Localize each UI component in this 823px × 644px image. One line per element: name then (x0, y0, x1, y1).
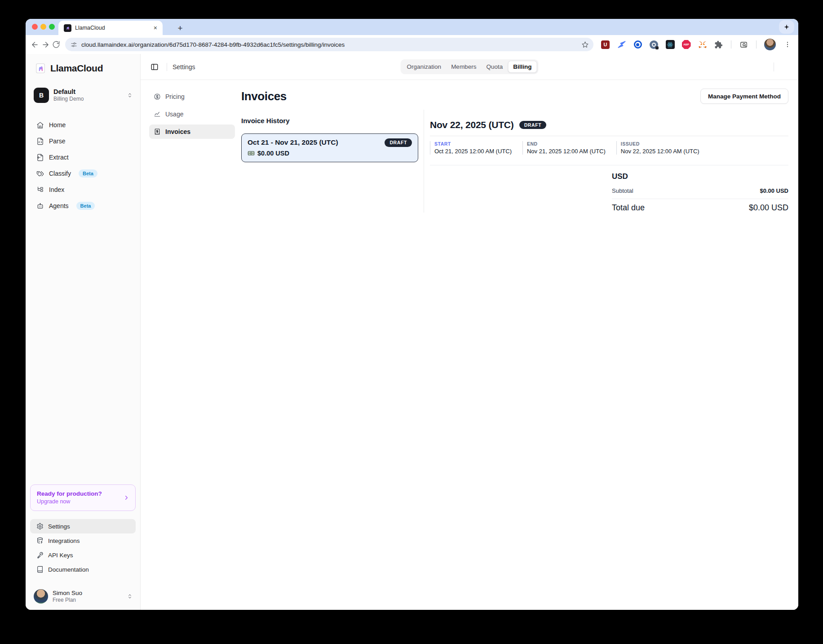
app-sidebar: LlamaCloud B Default Billing Demo Home P… (26, 54, 141, 610)
sidebar-item-documentation[interactable]: Documentation (30, 562, 136, 577)
home-icon (36, 121, 44, 129)
llamacloud-logo-icon (35, 62, 46, 74)
bookmark-star-icon[interactable] (581, 41, 589, 49)
invoice-history-heading: Invoice History (241, 117, 418, 124)
sidebar-item-settings[interactable]: Settings (30, 519, 136, 533)
browser-tab[interactable]: LlamaCloud × (58, 21, 163, 35)
upgrade-cta[interactable]: Upgrade now (37, 498, 123, 505)
sidebar-item-integrations[interactable]: Integrations (30, 533, 136, 548)
site-controls-icon[interactable] (71, 41, 77, 48)
upgrade-card[interactable]: Ready for production? Upgrade now (30, 484, 136, 511)
llamacloud-app: LlamaCloud B Default Billing Demo Home P… (26, 54, 798, 610)
brand[interactable]: LlamaCloud (30, 60, 136, 76)
org-name: Default (53, 88, 122, 96)
traffic-lights (32, 24, 55, 30)
ublock-origin-icon[interactable]: U (601, 40, 610, 49)
billing-sub-nav: Pricing Usage Invoices (141, 80, 235, 610)
four-point-star-icon (783, 23, 790, 31)
adblock-plus-icon[interactable]: ABP (681, 40, 691, 49)
llamacloud-favicon-icon (64, 24, 71, 32)
toolbar-divider (756, 40, 757, 49)
invoices-main: Invoices Manage Payment Method Invoice H… (235, 80, 798, 610)
sidebar-item-agents[interactable]: Agents Beta (30, 198, 136, 214)
blue-plane-extension-icon[interactable] (617, 40, 626, 49)
maximize-window-button[interactable] (49, 24, 55, 30)
tree-icon (36, 186, 44, 194)
tab-quota[interactable]: Quota (481, 61, 508, 72)
chevron-right-icon (123, 494, 130, 501)
brand-name: LlamaCloud (50, 63, 103, 74)
react-devtools-icon[interactable] (665, 40, 675, 49)
tab-organization[interactable]: Organization (402, 61, 447, 72)
browser-profile-avatar[interactable] (764, 39, 776, 50)
beta-badge: Beta (76, 202, 95, 210)
target-extension-icon[interactable] (633, 40, 642, 49)
address-bar[interactable]: cloud.llamaindex.ai/organization/6d75d17… (65, 38, 593, 51)
database-icon (36, 537, 44, 544)
metamask-icon[interactable] (698, 40, 707, 49)
currency-heading: USD (612, 172, 788, 181)
tab-members[interactable]: Members (446, 61, 481, 72)
new-tab-button[interactable]: + (174, 22, 186, 34)
extensions-row: U ABP (601, 39, 792, 50)
money-banknote-icon (248, 150, 255, 157)
sidebar-item-classify[interactable]: Classify Beta (30, 165, 136, 182)
toolbar-divider (731, 40, 731, 49)
gear-icon (36, 523, 44, 530)
close-tab-icon[interactable]: × (153, 24, 158, 31)
chart-icon (154, 111, 161, 118)
reload-button[interactable] (52, 38, 61, 51)
beta-badge: Beta (79, 169, 97, 178)
browser-menu-icon[interactable] (783, 40, 792, 49)
tab-billing[interactable]: Billing (508, 61, 537, 73)
sidebar-item-home[interactable]: Home (30, 117, 136, 133)
tags-icon (36, 170, 44, 178)
upgrade-title: Ready for production? (37, 490, 123, 497)
onepassword-icon[interactable] (649, 40, 659, 49)
content-area: Settings Organization Members Quota Bill… (141, 54, 798, 610)
minimize-window-button[interactable] (40, 24, 46, 30)
app-header: Settings Organization Members Quota Bill… (141, 54, 798, 80)
sidebar-item-index[interactable]: Index (30, 182, 136, 198)
invoice-history-item[interactable]: Oct 21 - Nov 21, 2025 (UTC) DRAFT $0.00 … (241, 133, 418, 162)
meta-issued: ISSUED Nov 22, 2025 12:00 AM (UTC) (616, 141, 710, 155)
billing-nav-usage[interactable]: Usage (149, 107, 235, 121)
manage-payment-method-button[interactable]: Manage Payment Method (700, 89, 788, 104)
extensions-puzzle-icon[interactable] (714, 40, 723, 49)
browser-tab-strip: LlamaCloud × + (26, 19, 798, 35)
divider (430, 136, 788, 136)
billing-nav-pricing[interactable]: Pricing (149, 89, 235, 104)
breadcrumb: Settings (173, 63, 195, 71)
user-avatar (34, 589, 48, 604)
draft-status-badge: DRAFT (519, 121, 547, 129)
desktop: LlamaCloud × + cloud.llamaindex.ai/organ… (0, 0, 823, 644)
back-button[interactable] (30, 38, 39, 51)
user-name: Simon Suo (53, 590, 122, 596)
billing-page: Pricing Usage Invoices Invoices Manage P… (141, 80, 798, 610)
chevron-up-down-icon (127, 593, 133, 600)
org-switcher[interactable]: B Default Billing Demo (30, 88, 136, 103)
sidebar-item-extract[interactable]: Extract (30, 149, 136, 165)
forward-button[interactable] (41, 38, 50, 51)
user-menu[interactable]: Simon Suo Free Plan (30, 587, 136, 605)
invoice-meta: START Oct 21, 2025 12:00 AM (UTC) END No… (430, 141, 788, 155)
sidebar-item-parse[interactable]: Parse (30, 133, 136, 149)
invoice-period: Oct 21 - Nov 21, 2025 (UTC) (248, 138, 338, 147)
receipt-icon (154, 128, 161, 135)
billing-nav-invoices[interactable]: Invoices (149, 124, 235, 139)
url-text[interactable]: cloud.llamaindex.ai/organization/6d75d17… (81, 41, 577, 48)
bot-icon (36, 202, 44, 210)
close-window-button[interactable] (32, 24, 38, 30)
sparkle-button[interactable] (779, 20, 794, 34)
header-divider (167, 63, 167, 71)
dollar-circle-icon (154, 93, 161, 100)
tab-search-icon[interactable] (739, 40, 748, 49)
divider (612, 199, 788, 199)
page-title: Invoices (241, 89, 287, 103)
file-extract-icon (36, 154, 44, 161)
header-right-divider (774, 62, 774, 71)
sidebar-toggle-icon[interactable] (148, 60, 161, 74)
sidebar-item-api-keys[interactable]: API Keys (30, 548, 136, 562)
total-due-row: Total due $0.00 USD (612, 203, 788, 213)
file-code-icon (36, 138, 44, 145)
